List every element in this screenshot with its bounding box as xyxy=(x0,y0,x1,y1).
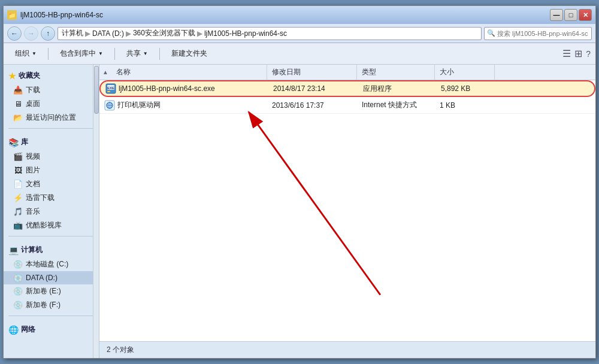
file-size-cell: 5,892 KB xyxy=(436,84,496,93)
window-icon: 📁 xyxy=(7,10,17,20)
breadcrumb-item[interactable]: DATA (D:) xyxy=(92,29,124,38)
sidebar-item-label: 新加卷 (F:) xyxy=(26,300,60,310)
sidebar-item-recent[interactable]: 📂 最近访问的位置 xyxy=(4,111,99,125)
file-type-cell: Internet 快捷方式 xyxy=(357,100,435,110)
sidebar-item-drive-d[interactable]: 💿 DATA (D:) xyxy=(4,271,99,284)
video-icon: 🎬 xyxy=(13,152,23,162)
sidebar-divider xyxy=(8,316,94,316)
file-row[interactable]: 打印机驱动网 2013/6/16 17:37 Internet 快捷方式 1 K… xyxy=(99,97,595,114)
col-header-size[interactable]: 大小 xyxy=(435,65,495,80)
sidebar-item-desktop[interactable]: 🖥 桌面 xyxy=(4,97,99,111)
computer-header[interactable]: 💻 计算机 xyxy=(4,242,99,257)
network-section: 🌐 网络 xyxy=(4,318,99,338)
drive-c-icon: 💿 xyxy=(13,260,23,269)
sidebar-item-label: 新加卷 (E:) xyxy=(26,286,61,296)
sidebar-item-label: 音乐 xyxy=(26,207,40,217)
file-list: EXE ljM1005-HB-pnp-win64-sc.exe 2014/8/1… xyxy=(99,80,595,341)
col-header-name[interactable]: 名称 xyxy=(111,65,267,80)
search-icon: 🔍 xyxy=(487,29,495,37)
breadcrumb-item[interactable]: 360安全浏览器下载 xyxy=(133,28,195,38)
title-bar: 📁 ljM1005-HB-pnp-win64-sc — □ ✕ xyxy=(4,6,595,24)
col-header-date[interactable]: 修改日期 xyxy=(267,65,357,80)
up-button[interactable]: ↑ xyxy=(41,26,55,41)
sidebar-item-thunder[interactable]: ⚡ 迅雷下载 xyxy=(4,191,99,205)
maximize-button[interactable]: □ xyxy=(564,9,577,21)
close-button[interactable]: ✕ xyxy=(579,9,592,21)
file-date-cell: 2014/8/17 23:14 xyxy=(268,84,358,93)
include-button[interactable]: 包含到库中 ▼ xyxy=(53,46,110,62)
minimize-button[interactable]: — xyxy=(550,9,563,21)
sidebar-scrollbar[interactable] xyxy=(93,65,99,358)
thunder-icon: ⚡ xyxy=(13,193,23,203)
sidebar-item-drive-e[interactable]: 💿 新加卷 (E:) xyxy=(4,284,99,298)
computer-icon: 💻 xyxy=(8,245,19,255)
favorites-icon: ★ xyxy=(8,71,16,81)
drive-e-icon: 💿 xyxy=(13,287,23,296)
breadcrumb-item[interactable]: ljM1005-HB-pnp-win64-sc xyxy=(204,29,287,38)
sidebar-item-youku[interactable]: 📺 优酷影视库 xyxy=(4,219,99,232)
new-folder-button[interactable]: 新建文件夹 xyxy=(165,46,214,62)
status-bar: 2 个对象 xyxy=(99,341,595,358)
organize-button[interactable]: 组织 ▼ xyxy=(8,46,43,62)
sidebar-scrollbar-thumb[interactable] xyxy=(94,66,99,114)
computer-section: 💻 计算机 💿 本地磁盘 (C:) 💿 DATA (D:) 💿 新加卷 (E:)… xyxy=(4,239,99,313)
pictures-icon: 🖼 xyxy=(13,166,23,175)
network-header[interactable]: 🌐 网络 xyxy=(4,322,99,337)
main-area: ★ 收藏夹 📥 下载 🖥 桌面 📂 最近访问的位置 xyxy=(4,65,595,358)
favorites-header[interactable]: ★ 收藏夹 xyxy=(4,68,99,83)
nav-bar: ← → ↑ 计算机 ▶ DATA (D:) ▶ 360安全浏览器下载 ▶ ljM… xyxy=(4,24,595,43)
drive-f-icon: 💿 xyxy=(13,301,23,310)
help-icon[interactable]: ? xyxy=(586,49,591,59)
explorer-window: 📁 ljM1005-HB-pnp-win64-sc — □ ✕ ← → ↑ 计算… xyxy=(3,5,596,359)
file-row[interactable]: EXE ljM1005-HB-pnp-win64-sc.exe 2014/8/1… xyxy=(99,80,595,97)
sidebar-divider xyxy=(8,128,94,129)
sidebar-item-drive-c[interactable]: 💿 本地磁盘 (C:) xyxy=(4,257,99,271)
breadcrumb-sep: ▶ xyxy=(85,29,90,38)
favorites-label: 收藏夹 xyxy=(19,71,40,81)
sidebar-item-drive-f[interactable]: 💿 新加卷 (F:) xyxy=(4,298,99,312)
sidebar-divider xyxy=(8,236,94,236)
music-icon: 🎵 xyxy=(13,207,23,217)
sidebar-item-download[interactable]: 📥 下载 xyxy=(4,83,99,97)
sidebar-item-pictures[interactable]: 🖼 图片 xyxy=(4,163,99,177)
file-count: 2 个对象 xyxy=(107,345,134,355)
forward-button[interactable]: → xyxy=(24,26,38,41)
file-name: 打印机驱动网 xyxy=(117,100,161,110)
sort-indicator: ▲ xyxy=(99,69,111,75)
column-headers: ▲ 名称 修改日期 类型 大小 xyxy=(99,65,595,80)
window-title: ljM1005-HB-pnp-win64-sc xyxy=(20,11,550,19)
sidebar-item-music[interactable]: 🎵 音乐 xyxy=(4,205,99,219)
library-section: 📚 库 🎬 视频 🖼 图片 📄 文档 ⚡ 迅雷下载 xyxy=(4,131,99,233)
breadcrumb-sep: ▶ xyxy=(197,29,202,38)
sidebar-item-label: 下载 xyxy=(26,85,40,95)
library-icon: 📚 xyxy=(8,138,19,147)
library-label: 库 xyxy=(21,137,28,147)
toolbar-separator xyxy=(48,48,49,60)
sidebar-item-label: 视频 xyxy=(26,151,40,162)
view-list-icon[interactable]: ☰ xyxy=(562,48,571,59)
svg-text:EXE: EXE xyxy=(107,86,114,90)
network-label: 网络 xyxy=(21,324,35,335)
sidebar-item-label: 优酷影视库 xyxy=(26,220,62,230)
exe-file-icon: EXE xyxy=(105,83,116,94)
sidebar-item-label: 文档 xyxy=(26,179,40,189)
file-name: ljM1005-HB-pnp-win64-sc.exe xyxy=(119,84,215,93)
sidebar-item-documents[interactable]: 📄 文档 xyxy=(4,177,99,191)
sidebar-item-label: DATA (D:) xyxy=(26,274,58,282)
svg-line-10 xyxy=(249,112,380,295)
col-header-type[interactable]: 类型 xyxy=(357,65,435,80)
toolbar: 组织 ▼ 包含到库中 ▼ 共享 ▼ 新建文件夹 ☰ ⊞ ? xyxy=(4,43,595,65)
download-icon: 📥 xyxy=(13,86,23,95)
computer-label: 计算机 xyxy=(21,245,43,255)
file-name-cell: EXE ljM1005-HB-pnp-win64-sc.exe xyxy=(101,83,268,94)
sidebar-item-video[interactable]: 🎬 视频 xyxy=(4,150,99,163)
search-input[interactable] xyxy=(497,30,589,37)
share-button[interactable]: 共享 ▼ xyxy=(120,46,155,62)
back-button[interactable]: ← xyxy=(7,26,22,41)
breadcrumb-item[interactable]: 计算机 xyxy=(62,28,83,38)
view-icon-icon[interactable]: ⊞ xyxy=(574,48,582,59)
file-size-cell: 1 KB xyxy=(435,101,495,110)
library-header[interactable]: 📚 库 xyxy=(4,135,99,150)
desktop-icon: 🖥 xyxy=(13,99,23,109)
breadcrumb[interactable]: 计算机 ▶ DATA (D:) ▶ 360安全浏览器下载 ▶ ljM1005-H… xyxy=(58,27,482,40)
